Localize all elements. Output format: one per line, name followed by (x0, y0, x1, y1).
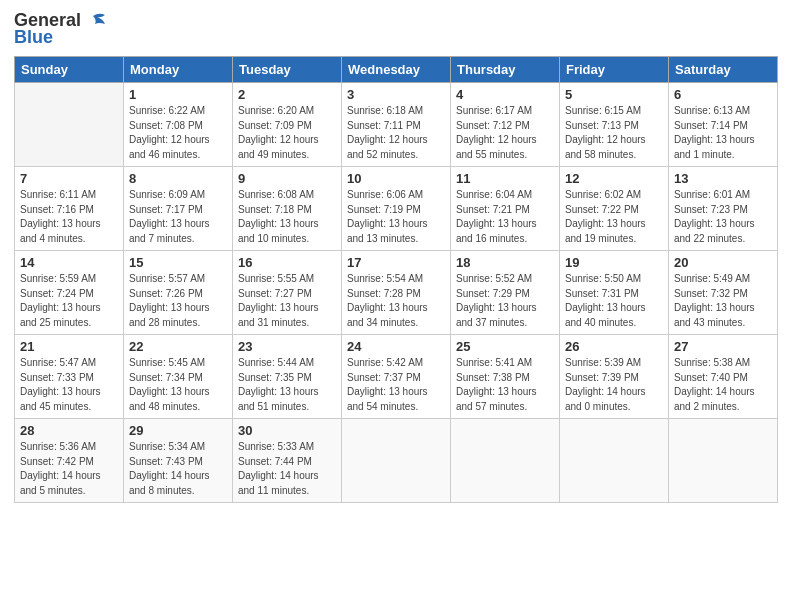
day-number: 27 (674, 339, 772, 354)
calendar-cell: 20Sunrise: 5:49 AM Sunset: 7:32 PM Dayli… (669, 251, 778, 335)
calendar-week-2: 7Sunrise: 6:11 AM Sunset: 7:16 PM Daylig… (15, 167, 778, 251)
day-info: Sunrise: 5:54 AM Sunset: 7:28 PM Dayligh… (347, 272, 445, 330)
weekday-header-thursday: Thursday (451, 57, 560, 83)
calendar-cell: 26Sunrise: 5:39 AM Sunset: 7:39 PM Dayli… (560, 335, 669, 419)
day-info: Sunrise: 5:44 AM Sunset: 7:35 PM Dayligh… (238, 356, 336, 414)
calendar-cell: 22Sunrise: 5:45 AM Sunset: 7:34 PM Dayli… (124, 335, 233, 419)
calendar-cell: 18Sunrise: 5:52 AM Sunset: 7:29 PM Dayli… (451, 251, 560, 335)
calendar-cell: 30Sunrise: 5:33 AM Sunset: 7:44 PM Dayli… (233, 419, 342, 503)
day-info: Sunrise: 6:22 AM Sunset: 7:08 PM Dayligh… (129, 104, 227, 162)
day-number: 18 (456, 255, 554, 270)
day-info: Sunrise: 6:01 AM Sunset: 7:23 PM Dayligh… (674, 188, 772, 246)
day-info: Sunrise: 6:08 AM Sunset: 7:18 PM Dayligh… (238, 188, 336, 246)
calendar-cell: 1Sunrise: 6:22 AM Sunset: 7:08 PM Daylig… (124, 83, 233, 167)
calendar-cell (15, 83, 124, 167)
day-info: Sunrise: 5:55 AM Sunset: 7:27 PM Dayligh… (238, 272, 336, 330)
day-number: 6 (674, 87, 772, 102)
calendar-cell: 25Sunrise: 5:41 AM Sunset: 7:38 PM Dayli… (451, 335, 560, 419)
day-number: 10 (347, 171, 445, 186)
day-info: Sunrise: 5:33 AM Sunset: 7:44 PM Dayligh… (238, 440, 336, 498)
day-number: 3 (347, 87, 445, 102)
day-number: 28 (20, 423, 118, 438)
day-number: 21 (20, 339, 118, 354)
day-number: 13 (674, 171, 772, 186)
calendar-table: SundayMondayTuesdayWednesdayThursdayFrid… (14, 56, 778, 503)
day-number: 8 (129, 171, 227, 186)
day-number: 20 (674, 255, 772, 270)
day-info: Sunrise: 6:15 AM Sunset: 7:13 PM Dayligh… (565, 104, 663, 162)
header: General Blue (14, 10, 778, 48)
calendar-cell: 7Sunrise: 6:11 AM Sunset: 7:16 PM Daylig… (15, 167, 124, 251)
calendar-cell: 29Sunrise: 5:34 AM Sunset: 7:43 PM Dayli… (124, 419, 233, 503)
day-info: Sunrise: 5:59 AM Sunset: 7:24 PM Dayligh… (20, 272, 118, 330)
day-info: Sunrise: 5:34 AM Sunset: 7:43 PM Dayligh… (129, 440, 227, 498)
day-info: Sunrise: 5:47 AM Sunset: 7:33 PM Dayligh… (20, 356, 118, 414)
day-number: 29 (129, 423, 227, 438)
calendar-header-row: SundayMondayTuesdayWednesdayThursdayFrid… (15, 57, 778, 83)
calendar-cell: 13Sunrise: 6:01 AM Sunset: 7:23 PM Dayli… (669, 167, 778, 251)
calendar-cell: 12Sunrise: 6:02 AM Sunset: 7:22 PM Dayli… (560, 167, 669, 251)
day-number: 30 (238, 423, 336, 438)
page-container: General Blue SundayMondayTuesdayWednesda… (0, 0, 792, 513)
calendar-cell: 10Sunrise: 6:06 AM Sunset: 7:19 PM Dayli… (342, 167, 451, 251)
day-number: 4 (456, 87, 554, 102)
day-number: 1 (129, 87, 227, 102)
calendar-cell: 2Sunrise: 6:20 AM Sunset: 7:09 PM Daylig… (233, 83, 342, 167)
calendar-cell: 27Sunrise: 5:38 AM Sunset: 7:40 PM Dayli… (669, 335, 778, 419)
day-number: 19 (565, 255, 663, 270)
day-number: 24 (347, 339, 445, 354)
weekday-header-friday: Friday (560, 57, 669, 83)
day-info: Sunrise: 6:09 AM Sunset: 7:17 PM Dayligh… (129, 188, 227, 246)
day-number: 2 (238, 87, 336, 102)
weekday-header-tuesday: Tuesday (233, 57, 342, 83)
calendar-week-1: 1Sunrise: 6:22 AM Sunset: 7:08 PM Daylig… (15, 83, 778, 167)
day-info: Sunrise: 6:04 AM Sunset: 7:21 PM Dayligh… (456, 188, 554, 246)
calendar-week-5: 28Sunrise: 5:36 AM Sunset: 7:42 PM Dayli… (15, 419, 778, 503)
day-number: 16 (238, 255, 336, 270)
calendar-cell (342, 419, 451, 503)
calendar-cell: 21Sunrise: 5:47 AM Sunset: 7:33 PM Dayli… (15, 335, 124, 419)
calendar-cell: 28Sunrise: 5:36 AM Sunset: 7:42 PM Dayli… (15, 419, 124, 503)
logo-bird-icon (85, 12, 107, 30)
day-info: Sunrise: 5:42 AM Sunset: 7:37 PM Dayligh… (347, 356, 445, 414)
calendar-cell: 9Sunrise: 6:08 AM Sunset: 7:18 PM Daylig… (233, 167, 342, 251)
weekday-header-monday: Monday (124, 57, 233, 83)
calendar-cell: 6Sunrise: 6:13 AM Sunset: 7:14 PM Daylig… (669, 83, 778, 167)
day-number: 25 (456, 339, 554, 354)
logo: General Blue (14, 10, 107, 48)
day-info: Sunrise: 5:38 AM Sunset: 7:40 PM Dayligh… (674, 356, 772, 414)
weekday-header-wednesday: Wednesday (342, 57, 451, 83)
calendar-cell: 15Sunrise: 5:57 AM Sunset: 7:26 PM Dayli… (124, 251, 233, 335)
calendar-cell: 19Sunrise: 5:50 AM Sunset: 7:31 PM Dayli… (560, 251, 669, 335)
day-info: Sunrise: 5:41 AM Sunset: 7:38 PM Dayligh… (456, 356, 554, 414)
day-number: 17 (347, 255, 445, 270)
day-info: Sunrise: 6:02 AM Sunset: 7:22 PM Dayligh… (565, 188, 663, 246)
day-number: 14 (20, 255, 118, 270)
calendar-cell: 24Sunrise: 5:42 AM Sunset: 7:37 PM Dayli… (342, 335, 451, 419)
day-info: Sunrise: 5:36 AM Sunset: 7:42 PM Dayligh… (20, 440, 118, 498)
calendar-cell: 14Sunrise: 5:59 AM Sunset: 7:24 PM Dayli… (15, 251, 124, 335)
day-number: 9 (238, 171, 336, 186)
calendar-cell: 8Sunrise: 6:09 AM Sunset: 7:17 PM Daylig… (124, 167, 233, 251)
day-number: 5 (565, 87, 663, 102)
weekday-header-saturday: Saturday (669, 57, 778, 83)
day-info: Sunrise: 5:57 AM Sunset: 7:26 PM Dayligh… (129, 272, 227, 330)
calendar-cell: 3Sunrise: 6:18 AM Sunset: 7:11 PM Daylig… (342, 83, 451, 167)
day-info: Sunrise: 6:06 AM Sunset: 7:19 PM Dayligh… (347, 188, 445, 246)
day-info: Sunrise: 5:52 AM Sunset: 7:29 PM Dayligh… (456, 272, 554, 330)
day-info: Sunrise: 6:13 AM Sunset: 7:14 PM Dayligh… (674, 104, 772, 162)
day-info: Sunrise: 5:49 AM Sunset: 7:32 PM Dayligh… (674, 272, 772, 330)
day-info: Sunrise: 6:20 AM Sunset: 7:09 PM Dayligh… (238, 104, 336, 162)
calendar-week-3: 14Sunrise: 5:59 AM Sunset: 7:24 PM Dayli… (15, 251, 778, 335)
calendar-cell: 23Sunrise: 5:44 AM Sunset: 7:35 PM Dayli… (233, 335, 342, 419)
day-info: Sunrise: 6:18 AM Sunset: 7:11 PM Dayligh… (347, 104, 445, 162)
day-info: Sunrise: 6:11 AM Sunset: 7:16 PM Dayligh… (20, 188, 118, 246)
calendar-cell (451, 419, 560, 503)
calendar-cell (560, 419, 669, 503)
day-number: 12 (565, 171, 663, 186)
day-number: 7 (20, 171, 118, 186)
calendar-cell: 4Sunrise: 6:17 AM Sunset: 7:12 PM Daylig… (451, 83, 560, 167)
day-info: Sunrise: 5:39 AM Sunset: 7:39 PM Dayligh… (565, 356, 663, 414)
calendar-cell (669, 419, 778, 503)
day-info: Sunrise: 5:50 AM Sunset: 7:31 PM Dayligh… (565, 272, 663, 330)
